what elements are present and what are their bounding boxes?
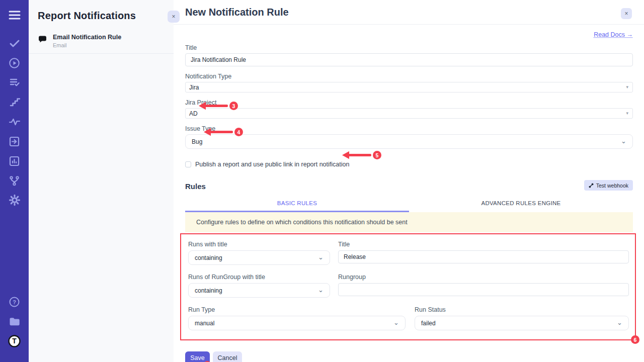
main-content: New Notification Rule × Read Docs → Titl… bbox=[174, 0, 644, 362]
chevron-down-icon: ⌄ bbox=[318, 253, 324, 261]
app-window: ? T Report Notifications × Email Notific… bbox=[0, 0, 644, 362]
test-list-icon[interactable] bbox=[8, 76, 21, 89]
run-status-label: Run Status bbox=[415, 306, 629, 313]
issue-type-select[interactable]: Bug ⌄ bbox=[185, 134, 633, 149]
list-item-title: Email Notification Rule bbox=[53, 34, 121, 41]
settings-gear-icon[interactable] bbox=[8, 194, 21, 207]
play-circle-icon[interactable] bbox=[8, 56, 21, 69]
select-caret-icon: ▾ bbox=[626, 111, 628, 116]
runs-with-title-select[interactable]: containing ⌄ bbox=[188, 250, 330, 265]
rules-info-banner: Configure rules to define on which condi… bbox=[185, 212, 633, 232]
notification-type-select[interactable]: Jira ▾ bbox=[185, 82, 633, 93]
rules-header: Rules Test webhook bbox=[185, 180, 633, 191]
tab-advanced-rules-engine[interactable]: ADVANCED RULES ENGINE bbox=[409, 197, 633, 212]
run-title-input[interactable] bbox=[338, 250, 629, 263]
panel-title: Report Notifications bbox=[29, 0, 174, 22]
runs-with-title-label: Runs with title bbox=[188, 241, 330, 248]
cancel-button[interactable]: Cancel bbox=[213, 351, 242, 362]
rules-tabs: BASIC RULES ADVANCED RULES ENGINE bbox=[185, 197, 633, 212]
svg-text:T: T bbox=[12, 337, 17, 345]
webhook-icon bbox=[589, 183, 594, 188]
dialog-close-button[interactable]: × bbox=[621, 8, 632, 19]
rungroup-with-title-select[interactable]: containing ⌄ bbox=[188, 283, 330, 298]
steps-icon[interactable] bbox=[8, 96, 21, 109]
annotation-badge-6: 6 bbox=[631, 335, 639, 344]
rungroup-input[interactable] bbox=[338, 283, 629, 296]
read-docs-link[interactable]: Read Docs → bbox=[594, 31, 633, 38]
rungroup-label: Rungroup bbox=[338, 274, 629, 281]
left-nav-sidebar: ? T bbox=[0, 0, 29, 362]
svg-text:?: ? bbox=[13, 299, 16, 305]
run-type-label: Run Type bbox=[188, 306, 406, 313]
chevron-down-icon: ⌄ bbox=[393, 319, 399, 326]
publish-report-label: Publish a report and use public link in … bbox=[195, 161, 349, 168]
rungroup-with-title-label: Runs of RunGroup with title bbox=[188, 274, 330, 281]
hamburger-menu-icon[interactable] bbox=[8, 9, 21, 22]
activity-pulse-icon[interactable] bbox=[8, 115, 21, 128]
chevron-down-icon: ⌄ bbox=[621, 137, 626, 145]
branch-icon[interactable] bbox=[8, 174, 21, 187]
run-box-icon[interactable] bbox=[8, 135, 21, 148]
run-title-label: Title bbox=[338, 241, 629, 248]
tab-basic-rules[interactable]: BASIC RULES bbox=[185, 197, 409, 212]
list-item-email-notification-rule[interactable]: Email Notification Rule Email bbox=[29, 30, 174, 54]
chevron-down-icon: ⌄ bbox=[617, 319, 622, 326]
annotation-box-rules-form: Runs with title containing ⌄ Title Runs … bbox=[180, 233, 636, 340]
list-item-subtitle: Email bbox=[53, 42, 121, 48]
test-webhook-button[interactable]: Test webhook bbox=[584, 180, 633, 191]
form-actions: Save 7 Cancel bbox=[185, 351, 633, 362]
page-title: New Notification Rule bbox=[174, 0, 644, 18]
publish-report-row: Publish a report and use public link in … bbox=[185, 161, 633, 168]
publish-report-checkbox[interactable] bbox=[185, 161, 191, 167]
jira-project-label: Jira Project bbox=[185, 99, 633, 106]
notification-type-label: Notification Type bbox=[185, 73, 633, 80]
panel-close-button[interactable]: × bbox=[168, 11, 180, 23]
chevron-down-icon: ⌄ bbox=[318, 286, 324, 294]
title-label: Title bbox=[185, 44, 633, 51]
title-input[interactable] bbox=[185, 53, 633, 66]
issue-type-label: Issue Type bbox=[185, 125, 633, 132]
save-button[interactable]: Save 7 bbox=[185, 351, 210, 362]
speech-bubble-icon bbox=[38, 35, 47, 46]
check-icon[interactable] bbox=[8, 37, 21, 50]
folder-icon[interactable] bbox=[8, 315, 21, 328]
report-notifications-panel: Report Notifications × Email Notificatio… bbox=[29, 0, 174, 362]
select-caret-icon: ▾ bbox=[626, 84, 628, 89]
help-icon[interactable]: ? bbox=[8, 295, 21, 308]
run-status-select[interactable]: failed ⌄ bbox=[415, 316, 629, 330]
rules-heading: Rules bbox=[185, 182, 206, 191]
form-content: Read Docs → Title Notification Type Jira… bbox=[174, 30, 644, 362]
reports-chart-icon[interactable] bbox=[8, 154, 21, 167]
main-header: New Notification Rule × bbox=[174, 0, 644, 25]
app-logo[interactable]: T bbox=[8, 334, 21, 347]
run-type-select[interactable]: manual ⌄ bbox=[188, 316, 406, 330]
jira-project-select[interactable]: AD ▾ bbox=[185, 108, 633, 119]
